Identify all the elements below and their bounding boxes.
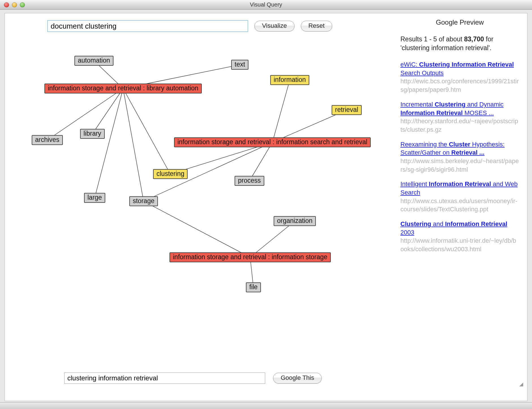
graph-node-retrieval[interactable]: retrieval — [332, 105, 362, 115]
svg-line-3 — [93, 89, 123, 134]
graph-node-automation[interactable]: automation — [74, 56, 113, 66]
zoom-icon[interactable] — [20, 2, 25, 7]
result-url: http://www.sims.berkeley.edu/~hearst/pap… — [400, 157, 519, 174]
svg-line-6 — [123, 89, 170, 174]
query-toolbar: Visualize Reset — [47, 20, 332, 32]
result-item: Incremental Clustering and Dynamic Infor… — [400, 100, 519, 134]
result-link[interactable]: Clustering and Information Retrieval 200… — [400, 220, 507, 236]
graph-node-storage[interactable]: storage — [129, 196, 158, 206]
results-summary: Results 1 - 5 of about 83,700 for 'clust… — [400, 35, 519, 52]
result-link[interactable]: Intelligent Information Retrieval and We… — [400, 180, 518, 196]
graph-node-process[interactable]: process — [235, 176, 264, 186]
preview-heading: Google Preview — [400, 18, 519, 26]
result-item: Clustering and Information Retrieval 200… — [400, 220, 519, 254]
graph-node-clustering[interactable]: clustering — [153, 169, 188, 179]
result-url: http://theory.stanford.edu/~rajeev/posts… — [400, 117, 519, 134]
status-bar — [0, 402, 532, 409]
results-list: eWiC: Clustering Information Retrieval S… — [400, 60, 519, 254]
graph-node-lib-auto[interactable]: information storage and retrieval : libr… — [44, 84, 202, 93]
visualize-button[interactable]: Visualize — [254, 21, 295, 31]
google-preview-panel: Google Preview Results 1 - 5 of about 83… — [400, 18, 519, 260]
google-search-bar: Google This — [64, 372, 322, 384]
app-frame: Visualize Reset automationtextinformatio… — [5, 13, 527, 401]
reset-button[interactable]: Reset — [301, 21, 332, 31]
svg-line-4 — [95, 89, 123, 198]
window-title: Visual Query — [0, 1, 532, 8]
graph-node-large[interactable]: large — [84, 193, 105, 203]
summary-prefix: Results 1 - 5 of about — [400, 35, 464, 43]
svg-line-13 — [250, 221, 295, 257]
close-icon[interactable] — [4, 2, 9, 7]
google-query-input[interactable] — [64, 372, 265, 384]
svg-line-12 — [144, 201, 250, 257]
resize-grip-icon[interactable]: ◢ — [519, 381, 524, 387]
google-this-button[interactable]: Google This — [273, 373, 322, 384]
graph-node-archives[interactable]: archives — [32, 135, 63, 145]
svg-line-5 — [123, 89, 144, 201]
graph-node-information[interactable]: information — [270, 75, 309, 85]
graph-node-organization[interactable]: organization — [274, 216, 316, 226]
traffic-lights — [0, 2, 25, 7]
result-url: http://www.informatik.uni-trier.de/~ley/… — [400, 237, 519, 253]
svg-line-7 — [273, 80, 290, 142]
graph-node-info-storage[interactable]: information storage and retrieval : info… — [170, 252, 331, 262]
result-url: http://www.cs.utexas.edu/users/mooney/ir… — [400, 197, 519, 214]
minimize-icon[interactable] — [12, 2, 17, 7]
result-link[interactable]: Incremental Clustering and Dynamic Infor… — [400, 101, 503, 116]
graph-node-file[interactable]: file — [246, 282, 261, 292]
window-titlebar: Visual Query — [0, 0, 532, 10]
graph-node-text[interactable]: text — [231, 60, 248, 70]
result-item: eWiC: Clustering Information Retrieval S… — [400, 60, 519, 94]
result-item: Reexamining the Cluster Hypothesis: Scat… — [400, 140, 519, 174]
result-item: Intelligent Information Retrieval and We… — [400, 180, 519, 214]
svg-line-10 — [250, 142, 273, 181]
result-count: 83,700 — [464, 35, 484, 43]
graph-node-search-ret[interactable]: information storage and retrieval : info… — [174, 137, 371, 147]
graph-node-library[interactable]: library — [80, 129, 105, 139]
graph-canvas[interactable]: automationtextinformationinformation sto… — [5, 36, 398, 319]
result-link[interactable]: eWiC: Clustering Information Retrieval S… — [400, 61, 514, 76]
result-link[interactable]: Reexamining the Cluster Hypothesis: Scat… — [400, 141, 505, 156]
result-url: http://ewic.bcs.org/conferences/1999/21s… — [400, 77, 519, 94]
query-input[interactable] — [47, 20, 248, 32]
